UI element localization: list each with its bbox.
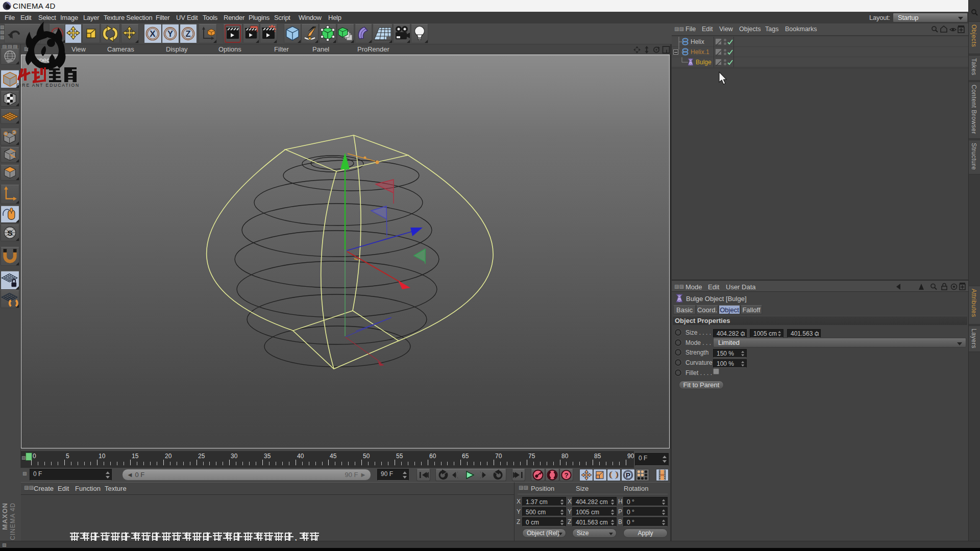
svg-text:Y: Y (167, 29, 173, 38)
svg-text:S: S (7, 229, 12, 237)
svg-text:?: ? (564, 471, 568, 479)
svg-text:Z: Z (185, 29, 190, 38)
svg-text:X: X (150, 29, 156, 39)
svg-text:P: P (626, 471, 630, 479)
svg-text:FIRE ANT EDUCATION: FIRE ANT EDUCATION (16, 83, 80, 88)
